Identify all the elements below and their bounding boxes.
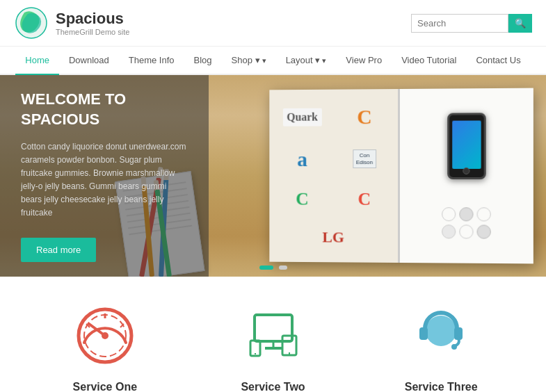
logo-area: Spacious ThemeGrill Demo site	[14, 6, 129, 40]
service-one-icon	[74, 304, 136, 367]
book-circles	[442, 207, 491, 239]
nav-contact-us[interactable]: Contact Us	[466, 47, 530, 74]
service-three-icon	[410, 304, 472, 367]
book-logo-lg: LG	[322, 228, 344, 246]
nav-layout[interactable]: Layout ▾	[276, 47, 337, 74]
book-logo-a: a	[297, 147, 307, 171]
slide-dot-2[interactable]	[279, 266, 287, 270]
nav-download[interactable]: Download	[59, 47, 119, 74]
book-logo-c2: C	[296, 189, 308, 210]
logo-text: Spacious ThemeGrill Demo site	[56, 10, 129, 36]
book-logo-con: ConEdison	[353, 149, 376, 168]
nav-video-tutorial[interactable]: Video Tutorial	[392, 47, 466, 74]
main-nav: Home Download Theme Info Blog Shop ▾ Lay…	[0, 47, 546, 75]
svg-rect-16	[419, 327, 428, 340]
service-two-title: Service Two	[203, 381, 344, 392]
hero-description: Cotton candy liquorice donut unerdwear.c…	[21, 140, 188, 220]
service-two-icon	[242, 304, 305, 367]
service-two: Service Two Chocolate bar caramels fruit…	[189, 304, 358, 392]
book-prop: Quark C a ConEdison C C LG	[269, 88, 533, 264]
hero-overlay: WELCOME TO SPACIOUS Cotton candy liquori…	[0, 75, 209, 277]
search-input[interactable]	[411, 14, 508, 33]
svg-rect-11	[282, 336, 296, 355]
hero-title: WELCOME TO SPACIOUS	[21, 90, 188, 129]
search-button[interactable]: 🔍	[508, 14, 532, 33]
svg-point-4	[102, 332, 109, 339]
site-tagline: ThemeGrill Demo site	[56, 28, 129, 36]
svg-rect-8	[255, 315, 292, 341]
nav-shop[interactable]: Shop ▾	[222, 47, 276, 74]
nav-blog[interactable]: Blog	[184, 47, 222, 74]
svg-point-15	[426, 316, 456, 346]
svg-point-18	[451, 344, 457, 350]
book-logo-c1: C	[357, 105, 372, 129]
service-three-title: Service Three	[371, 381, 511, 392]
service-one: Service One Tiramisu Chocolate bar caram…	[21, 304, 189, 392]
services-section: Service One Tiramisu Chocolate bar caram…	[0, 277, 546, 392]
phone-prop	[447, 113, 486, 179]
nav-theme-info[interactable]: Theme Info	[119, 47, 184, 74]
nav-view-pro[interactable]: View Pro	[336, 47, 392, 74]
slide-dot-1[interactable]	[259, 266, 273, 270]
logo-icon	[14, 6, 49, 40]
search-area: 🔍	[411, 14, 532, 33]
book-logo-quark: Quark	[282, 108, 321, 126]
service-one-title: Service One	[35, 381, 175, 392]
site-title: Spacious	[56, 10, 129, 28]
hero-section: Quark C a ConEdison C C LG	[0, 75, 546, 277]
service-three: Service Three Chocolate bar caramels fru…	[357, 304, 525, 392]
header: Spacious ThemeGrill Demo site 🔍	[0, 0, 546, 47]
book-logo-c3: C	[358, 189, 371, 210]
read-more-button[interactable]: Read more	[21, 238, 96, 262]
nav-home[interactable]: Home	[15, 47, 59, 75]
slide-dots	[259, 266, 287, 270]
